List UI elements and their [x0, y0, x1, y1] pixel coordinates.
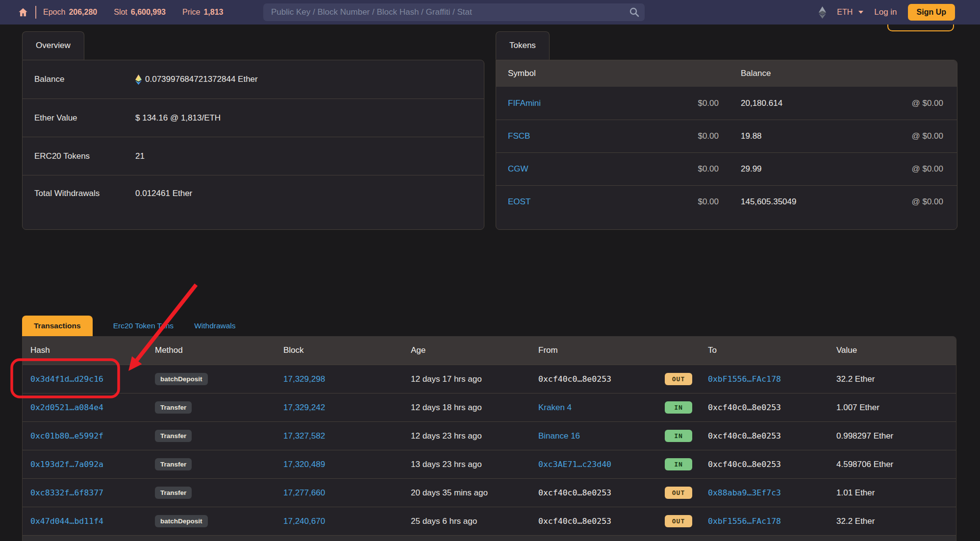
- transactions-table: Hash Method Block Age From To Value 0x3d…: [22, 336, 956, 541]
- token-rate: @ $0.00: [868, 164, 957, 174]
- tokens-header-row: Symbol Balance: [496, 60, 957, 87]
- tx-age: 25 days 6 hrs ago: [411, 516, 538, 526]
- token-usd-value: $0.00: [601, 98, 719, 108]
- total-withdrawals-value: 0.012461 Ether: [135, 189, 192, 198]
- withdrawals-tab-label: Withdrawals: [194, 321, 235, 330]
- ether-value-label: Ether Value: [23, 113, 135, 123]
- direction-badge: OUT: [665, 515, 692, 527]
- token-row: FIFAmini $0.00 20,180.614 @ $0.00: [496, 87, 957, 120]
- erc20-tokens-count: 21: [135, 151, 145, 161]
- signup-button[interactable]: Sign Up: [908, 4, 955, 21]
- tx-age: 12 days 17 hrs ago: [411, 374, 538, 384]
- token-link-cgw[interactable]: CGW: [508, 164, 528, 173]
- token-balance: 145,605.35049: [719, 197, 868, 207]
- method-badge: batchDeposit: [155, 373, 208, 385]
- tab-overview[interactable]: Overview: [22, 31, 84, 60]
- block-column-header: Block: [283, 345, 411, 355]
- balance-value: 0.073997684721372844 Ether: [145, 74, 258, 84]
- token-balance: 19.88: [719, 131, 868, 141]
- token-link-fscb[interactable]: FSCB: [508, 131, 530, 141]
- from-address-link[interactable]: Binance 16: [538, 431, 580, 441]
- token-usd-value: $0.00: [601, 164, 719, 174]
- to-address-link[interactable]: 0xbF1556…FAc178: [708, 516, 781, 526]
- home-icon[interactable]: [18, 7, 28, 18]
- token-row: EOST $0.00 145,605.35049 @ $0.00: [496, 185, 957, 218]
- login-link[interactable]: Log in: [874, 7, 897, 17]
- table-row: 0x3d4f1d…d29c16 batchDeposit 17,329,298 …: [23, 365, 956, 393]
- chevron-down-icon: [858, 11, 863, 14]
- slot-stat[interactable]: Slot 6,600,993: [114, 8, 166, 17]
- tx-hash-link[interactable]: 0x3d4f1d…d29c16: [30, 374, 103, 384]
- eth-rainbow-icon: [135, 74, 142, 85]
- transactions-header-row: Hash Method Block Age From To Value: [23, 336, 956, 365]
- token-row: FSCB $0.00 19.88 @ $0.00: [496, 120, 957, 152]
- tx-hash-link[interactable]: 0x2d0521…a084e4: [30, 403, 103, 412]
- search-input[interactable]: [263, 3, 645, 21]
- method-badge: Transfer: [155, 487, 192, 499]
- block-link[interactable]: 17,327,582: [283, 431, 325, 441]
- epoch-stat[interactable]: Epoch 206,280: [43, 8, 97, 17]
- tokens-tab-label: Tokens: [509, 41, 536, 50]
- table-row: 0x2d0521…a084e4 Transfer 17,329,242 12 d…: [23, 393, 956, 421]
- method-badge: Transfer: [155, 401, 192, 414]
- block-link[interactable]: 17,320,489: [283, 460, 325, 469]
- slot-value: 6,600,993: [131, 8, 166, 17]
- token-link-eost[interactable]: EOST: [508, 197, 530, 206]
- tab-tokens[interactable]: Tokens: [496, 31, 550, 60]
- token-link-fifamini[interactable]: FIFAmini: [508, 98, 541, 108]
- currency-dropdown[interactable]: ETH: [837, 8, 863, 17]
- overview-tab-label: Overview: [36, 41, 71, 50]
- block-link[interactable]: 17,277,660: [283, 488, 325, 497]
- tx-hash-link[interactable]: 0x193d2f…7a092a: [30, 460, 103, 469]
- overview-row-balance: Balance 0.073997684721372844 Et: [23, 60, 484, 98]
- age-column-header: Age: [411, 345, 538, 355]
- tab-erc20-token-txns[interactable]: Erc20 Token Txns: [113, 316, 174, 336]
- tx-age: 12 days 23 hrs ago: [411, 431, 538, 441]
- block-link[interactable]: 17,329,242: [283, 403, 325, 412]
- top-navbar: Epoch 206,280 Slot 6,600,993 Price 1,813…: [0, 0, 980, 25]
- from-address-link[interactable]: Kraken 4: [538, 403, 572, 412]
- search-icon[interactable]: [629, 7, 640, 18]
- tab-transactions[interactable]: Transactions: [22, 316, 93, 336]
- block-link[interactable]: 17,329,298: [283, 374, 325, 384]
- token-rate: @ $0.00: [868, 197, 957, 207]
- tx-value: 1.007 Ether: [836, 403, 956, 413]
- token-row: CGW $0.00 29.99 @ $0.00: [496, 152, 957, 185]
- price-stat[interactable]: Price 1,813: [182, 8, 224, 17]
- to-address-link[interactable]: 0x88aba9…3Ef7c3: [708, 488, 781, 497]
- overview-panel: Balance 0.073997684721372844 Et: [22, 60, 484, 230]
- tx-hash-link[interactable]: 0x47d044…bd11f4: [30, 516, 103, 526]
- direction-badge: IN: [665, 458, 692, 470]
- overview-row-erc20: ERC20 Tokens 21: [23, 137, 484, 175]
- tokens-panel: Symbol Balance FIFAmini $0.00 20,180.614…: [496, 60, 957, 230]
- from-address-link[interactable]: 0xc3AE71…c23d40: [538, 460, 611, 469]
- currency-label: ETH: [837, 8, 853, 17]
- balance-column-header: Balance: [719, 69, 868, 78]
- tx-hash-link[interactable]: 0xc8332f…6f8377: [30, 488, 103, 497]
- price-value: 1,813: [203, 8, 223, 17]
- direction-badge: IN: [665, 430, 692, 442]
- to-address: 0xcf40c0…8e0253: [708, 403, 781, 412]
- from-address: 0xcf40c0…8e0253: [538, 488, 611, 497]
- erc20-tab-label: Erc20 Token Txns: [113, 321, 174, 330]
- block-link[interactable]: 17,240,670: [283, 516, 325, 526]
- tx-hash-link[interactable]: 0xc01b80…e5992f: [30, 431, 103, 441]
- tx-value: 32.2 Ether: [836, 374, 956, 384]
- to-column-header: To: [708, 345, 836, 355]
- erc20-tokens-label: ERC20 Tokens: [23, 151, 135, 161]
- from-address: 0xcf40c0…8e0253: [538, 374, 611, 384]
- to-address-link[interactable]: 0xbF1556…FAc178: [708, 374, 781, 384]
- method-badge: Transfer: [155, 430, 192, 442]
- overview-row-ether-value: Ether Value $ 134.16 @ 1,813/ETH: [23, 98, 484, 137]
- slot-label: Slot: [114, 8, 127, 17]
- hash-column-header: Hash: [23, 345, 155, 355]
- tx-value: 1.01 Ether: [836, 488, 956, 498]
- epoch-value: 206,280: [69, 8, 97, 17]
- method-column-header: Method: [155, 345, 283, 355]
- navbar-divider: [35, 6, 36, 19]
- balance-label: Balance: [23, 74, 135, 84]
- tab-withdrawals[interactable]: Withdrawals: [194, 316, 235, 336]
- tx-value: 4.598706 Ether: [836, 460, 956, 469]
- token-usd-value: $0.00: [601, 197, 719, 207]
- table-row: 0xc8332f…6f8377 Transfer 17,277,660 20 d…: [23, 478, 956, 507]
